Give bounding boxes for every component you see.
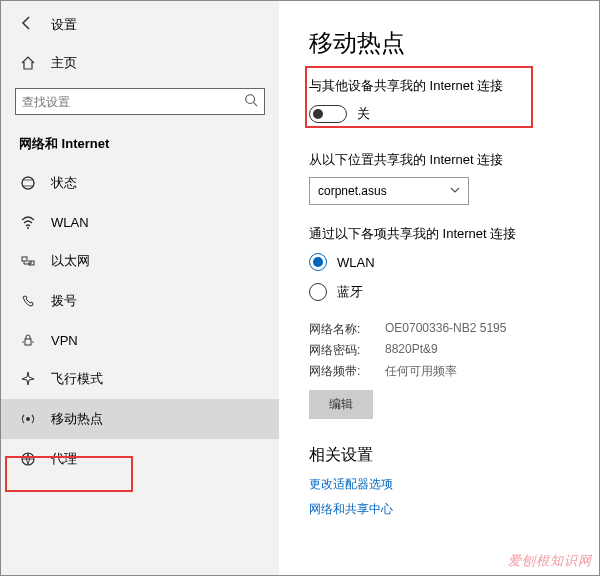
related-title: 相关设置 [309,445,571,466]
share-toggle-block: 与其他设备共享我的 Internet 连接 关 [309,77,571,123]
chevron-down-icon [450,185,460,197]
header-row: 设置 [1,9,279,44]
radio-label: WLAN [337,255,375,270]
info-key: 网络频带: [309,363,371,380]
nav-label: WLAN [51,215,89,230]
hotspot-icon [19,411,37,427]
nav-label: 状态 [51,174,77,192]
dialup-icon [19,293,37,309]
nav-label: 代理 [51,450,77,468]
svg-point-9 [26,417,30,421]
info-val: 8820Pt&9 [385,342,438,359]
sidebar: 设置 主页 网络和 Internet 状态 WLAN [1,1,279,575]
related-link-adapter[interactable]: 更改适配器选项 [309,476,571,493]
proxy-icon [19,451,37,467]
related-settings: 相关设置 更改适配器选项 网络和共享中心 [309,445,571,518]
info-row: 网络名称: OE0700336-NB2 5195 [309,321,571,338]
info-val: OE0700336-NB2 5195 [385,321,506,338]
sidebar-item-ethernet[interactable]: 以太网 [1,241,279,281]
from-label: 从以下位置共享我的 Internet 连接 [309,151,571,169]
nav-label: 移动热点 [51,410,103,428]
radio-option-bluetooth[interactable]: 蓝牙 [309,283,571,301]
nav-label: 拨号 [51,292,77,310]
search-box[interactable] [15,88,265,115]
vpn-icon [19,332,37,348]
search-icon [244,93,258,110]
wifi-icon [19,214,37,230]
section-title: 网络和 Internet [1,129,279,163]
svg-rect-4 [22,257,27,261]
sidebar-item-wlan[interactable]: WLAN [1,203,279,241]
settings-window: 设置 主页 网络和 Internet 状态 WLAN [0,0,600,576]
toggle-state-label: 关 [357,105,370,123]
sidebar-item-airplane[interactable]: 飞行模式 [1,359,279,399]
radio-button [309,283,327,301]
nav-label: 飞行模式 [51,370,103,388]
related-link-sharing[interactable]: 网络和共享中心 [309,501,571,518]
share-toggle[interactable] [309,105,347,123]
window-title: 设置 [51,16,77,34]
share-via-block: 通过以下各项共享我的 Internet 连接 WLAN 蓝牙 [309,225,571,301]
home-icon [19,55,37,71]
svg-point-0 [246,95,255,104]
back-button[interactable] [19,15,35,34]
search-input[interactable] [22,95,244,109]
svg-point-7 [22,341,24,343]
info-val: 任何可用频率 [385,363,457,380]
main-content: 移动热点 与其他设备共享我的 Internet 连接 关 从以下位置共享我的 I… [279,1,599,575]
ethernet-icon [19,253,37,269]
airplane-icon [19,371,37,387]
dropdown-value: corpnet.asus [318,184,387,198]
sidebar-item-proxy[interactable]: 代理 [1,439,279,479]
radio-option-wlan[interactable]: WLAN [309,253,571,271]
info-row: 网络密码: 8820Pt&9 [309,342,571,359]
nav-label: 以太网 [51,252,90,270]
toggle-row: 关 [309,105,571,123]
svg-point-8 [32,341,34,343]
radio-button [309,253,327,271]
sidebar-item-status[interactable]: 状态 [1,163,279,203]
share-from-block: 从以下位置共享我的 Internet 连接 corpnet.asus [309,151,571,205]
info-key: 网络密码: [309,342,371,359]
sidebar-item-hotspot[interactable]: 移动热点 [1,399,279,439]
share-label: 与其他设备共享我的 Internet 连接 [309,77,571,95]
edit-button[interactable]: 编辑 [309,390,373,419]
from-dropdown[interactable]: corpnet.asus [309,177,469,205]
network-info: 网络名称: OE0700336-NB2 5195 网络密码: 8820Pt&9 … [309,321,571,380]
sidebar-item-dialup[interactable]: 拨号 [1,281,279,321]
nav-list: 状态 WLAN 以太网 拨号 VPN 飞行模式 [1,163,279,479]
info-key: 网络名称: [309,321,371,338]
home-label: 主页 [51,54,77,72]
via-label: 通过以下各项共享我的 Internet 连接 [309,225,571,243]
sidebar-item-vpn[interactable]: VPN [1,321,279,359]
svg-point-3 [27,227,29,229]
status-icon [19,175,37,191]
radio-label: 蓝牙 [337,283,363,301]
info-row: 网络频带: 任何可用频率 [309,363,571,380]
nav-label: VPN [51,333,78,348]
svg-line-1 [254,103,258,107]
sidebar-item-home[interactable]: 主页 [1,44,279,84]
svg-rect-6 [25,339,31,345]
toggle-knob [313,109,323,119]
page-title: 移动热点 [309,27,571,59]
